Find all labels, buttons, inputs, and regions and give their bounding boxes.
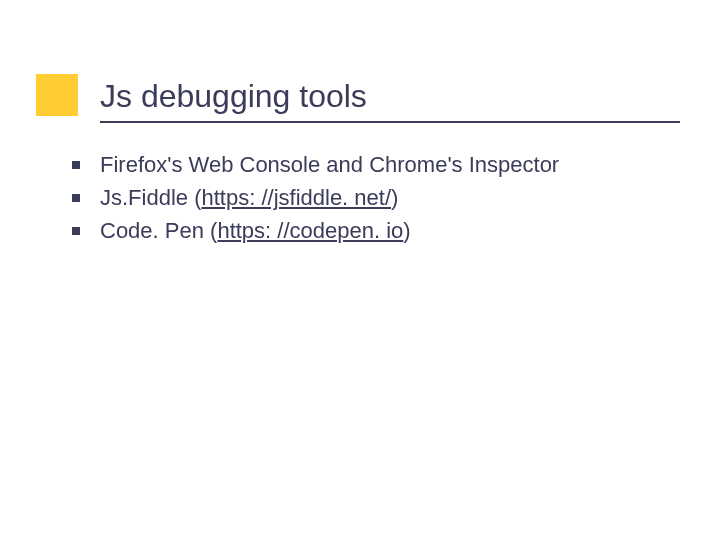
- item-link[interactable]: https: //codepen. io: [217, 218, 403, 243]
- svg-rect-0: [72, 161, 80, 169]
- item-link[interactable]: https: //jsfiddle. net/: [201, 185, 391, 210]
- list-item: Firefox's Web Console and Chrome's Inspe…: [72, 150, 680, 181]
- item-text-post: ): [403, 218, 410, 243]
- item-text-pre: Code. Pen (: [100, 218, 217, 243]
- item-text-pre: Firefox's Web Console and Chrome's Inspe…: [100, 152, 559, 177]
- bullet-icon: [72, 183, 100, 202]
- svg-rect-1: [72, 194, 80, 202]
- bullet-list: Firefox's Web Console and Chrome's Inspe…: [72, 150, 680, 248]
- list-item: Code. Pen (https: //codepen. io): [72, 216, 680, 247]
- bullet-icon: [72, 216, 100, 235]
- item-text-pre: Js.Fiddle (: [100, 185, 201, 210]
- slide-title: Js debugging tools: [100, 78, 680, 115]
- accent-square: [36, 74, 78, 116]
- list-item-text: Firefox's Web Console and Chrome's Inspe…: [100, 150, 680, 181]
- list-item-text: Js.Fiddle (https: //jsfiddle. net/): [100, 183, 680, 214]
- list-item: Js.Fiddle (https: //jsfiddle. net/): [72, 183, 680, 214]
- title-block: Js debugging tools: [100, 78, 680, 123]
- list-item-text: Code. Pen (https: //codepen. io): [100, 216, 680, 247]
- item-text-post: ): [391, 185, 398, 210]
- title-underline: [100, 121, 680, 123]
- svg-rect-2: [72, 227, 80, 235]
- bullet-icon: [72, 150, 100, 169]
